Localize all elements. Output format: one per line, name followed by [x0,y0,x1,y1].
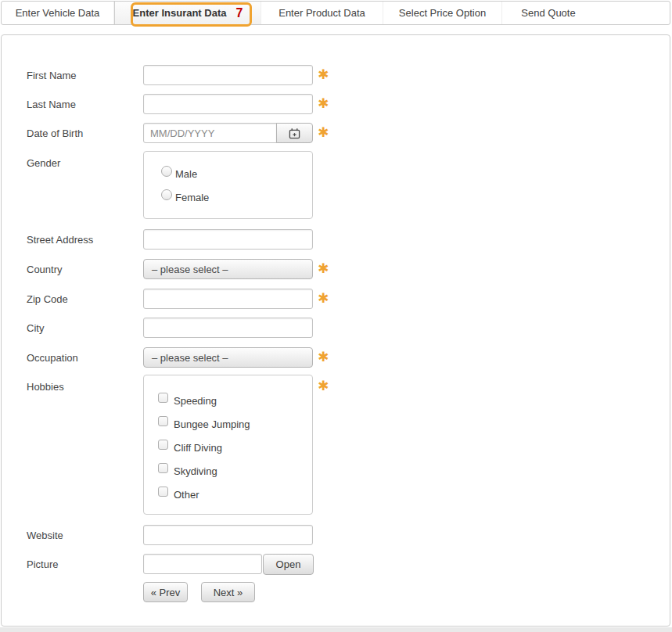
hobby-other-checkbox[interactable] [158,487,168,497]
hobby-option-other: Other [144,487,312,499]
tab-enter-product-data[interactable]: Enter Product Data [261,2,383,24]
hobby-other-label: Other [174,489,199,501]
calendar-icon [289,127,300,139]
gender-option-female: Female [144,189,312,202]
form-row-hobbies: Hobbies Speeding Bungee Jumping Cliff Di… [2,375,670,515]
form-row-date-of-birth: Date of Birth ✱ [2,123,670,145]
form-row-first-name: First Name ✱ [2,65,670,87]
annotation-step-number: 7 [236,6,243,20]
hobby-bungee-jumping-checkbox[interactable] [158,416,168,426]
tab-label: Enter Vehicle Data [16,7,100,19]
country-selected-value: – please select – [152,264,228,275]
form-row-occupation: Occupation – please select – ✱ [2,347,670,369]
prev-button[interactable]: « Prev [143,582,188,602]
hobby-option-bungee-jumping: Bungee Jumping [144,416,312,429]
tab-label: Enter Insurant Data [133,7,227,19]
required-asterisk-icon: ✱ [318,97,329,110]
required-asterisk-icon: ✱ [318,126,329,139]
required-asterisk-icon: ✱ [318,68,329,81]
hobbies-group-box: Speeding Bungee Jumping Cliff Diving Sky… [143,375,313,515]
required-asterisk-icon: ✱ [318,262,329,275]
gender-female-radio[interactable] [161,189,172,200]
tab-enter-vehicle-data[interactable]: Enter Vehicle Data [2,2,114,24]
gender-group-box: Male Female [143,151,313,219]
tab-enter-insurant-data[interactable]: Enter Insurant Data 7 [114,2,261,24]
tab-label: Select Price Option [399,7,486,19]
hobbies-label: Hobbies [27,381,64,393]
form-row-website: Website [2,525,670,547]
occupation-selected-value: – please select – [152,352,228,364]
occupation-label: Occupation [27,352,78,364]
country-select[interactable]: – please select – [143,259,313,279]
zip-code-input[interactable] [143,289,313,309]
zip-code-label: Zip Code [27,293,68,305]
form-row-street-address: Street Address [2,229,670,251]
website-label: Website [27,530,63,541]
calendar-picker-button[interactable] [276,123,313,143]
first-name-label: First Name [27,70,77,81]
form-row-navigation-buttons: « Prev Next » [2,582,670,604]
open-picture-button[interactable]: Open [263,554,314,575]
required-asterisk-icon: ✱ [318,379,329,393]
form-row-last-name: Last Name ✱ [2,94,670,116]
form-row-country: Country – please select – ✱ [2,259,670,281]
required-asterisk-icon: ✱ [318,292,329,305]
hobby-bungee-jumping-label: Bungee Jumping [174,418,250,430]
first-name-input[interactable] [143,65,313,85]
date-of-birth-label: Date of Birth [27,127,83,139]
tabbar-filler [595,2,670,24]
wizard-tabbar: Enter Vehicle Data Enter Insurant Data 7… [1,1,670,25]
website-input[interactable] [143,525,313,545]
last-name-input[interactable] [143,94,313,114]
hobby-option-cliff-diving: Cliff Diving [144,440,312,452]
street-address-label: Street Address [27,234,93,246]
city-label: City [27,322,44,334]
hobby-option-speeding: Speeding [144,393,312,405]
form-row-gender: Gender Male Female [2,151,670,219]
gender-label: Gender [27,157,60,169]
gender-female-label: Female [175,192,209,203]
page-background-strip [0,627,672,632]
picture-label: Picture [27,558,58,570]
gender-male-radio[interactable] [161,166,172,177]
last-name-label: Last Name [27,99,76,110]
hobby-cliff-diving-label: Cliff Diving [174,442,222,454]
hobby-speeding-checkbox[interactable] [158,393,168,403]
required-asterisk-icon: ✱ [318,350,329,364]
occupation-select[interactable]: – please select – [143,347,313,368]
insurant-data-form-panel: First Name ✱ Last Name ✱ Date of Birth ✱… [1,34,670,627]
tab-label: Send Quote [521,7,575,19]
tab-send-quote[interactable]: Send Quote [502,2,595,24]
hobby-cliff-diving-checkbox[interactable] [158,440,168,450]
hobby-skydiving-checkbox[interactable] [158,463,168,473]
form-row-zip-code: Zip Code ✱ [2,289,670,311]
hobby-option-skydiving: Skydiving [144,463,312,476]
hobby-speeding-label: Speeding [174,395,217,407]
next-button[interactable]: Next » [201,582,255,602]
form-row-city: City [2,318,670,339]
gender-male-label: Male [175,168,197,180]
street-address-input[interactable] [143,229,313,250]
tab-select-price-option[interactable]: Select Price Option [383,2,502,24]
picture-path-input[interactable] [143,554,262,574]
city-input[interactable] [143,318,313,338]
tab-label: Enter Product Data [279,7,365,19]
gender-option-male: Male [144,166,312,178]
date-of-birth-input[interactable] [143,123,277,143]
form-row-picture: Picture Open [2,554,670,576]
country-label: Country [27,264,63,275]
hobby-skydiving-label: Skydiving [174,465,217,477]
